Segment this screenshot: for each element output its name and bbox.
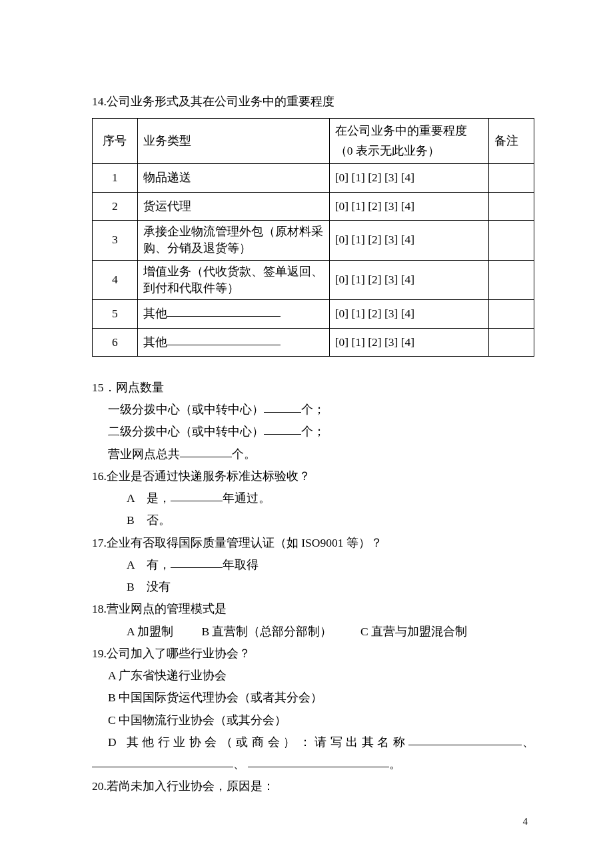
row6-other-input[interactable]: [167, 333, 281, 345]
q16-optB[interactable]: B 否。: [92, 509, 534, 531]
row2-seq: 2: [93, 192, 138, 220]
row4-type: 增值业务（代收货款、签单返回、到付和代取件等）: [137, 260, 329, 300]
q15-total-input[interactable]: [180, 445, 232, 457]
q19-title: 19.公司加入了哪些行业协会？: [92, 643, 534, 665]
row1-seq: 1: [93, 164, 138, 192]
row6-scale[interactable]: [0] [1] [2] [3] [4]: [329, 328, 489, 356]
row3-type: 承接企业物流管理外包（原材料采购、分销及退货等）: [137, 220, 329, 260]
row1-note[interactable]: [489, 164, 534, 192]
row4-scale[interactable]: [0] [1] [2] [3] [4]: [329, 260, 489, 300]
q18-optC[interactable]: C 直营与加盟混合制: [360, 621, 467, 643]
row5-other-input[interactable]: [167, 305, 281, 317]
q19-other2-input[interactable]: [92, 755, 233, 768]
row5-scale[interactable]: [0] [1] [2] [3] [4]: [329, 300, 489, 328]
q16-optA[interactable]: A 是，年通过。: [92, 487, 534, 509]
row1-scale[interactable]: [0] [1] [2] [3] [4]: [329, 164, 489, 192]
q14-table: 序号 业务类型 在公司业务中的重要程度（0 表示无此业务） 备注 1 物品递送 …: [92, 118, 534, 357]
q19-optB[interactable]: B 中国国际货运代理协会（或者其分会）: [92, 687, 534, 709]
q16-title: 16.企业是否通过快递服务标准达标验收？: [92, 465, 534, 487]
q17-optB[interactable]: B 没有: [92, 576, 534, 598]
row2-type: 货运代理: [137, 192, 329, 220]
q17-title: 17.企业有否取得国际质量管理认证（如 ISO9001 等）？: [92, 532, 534, 554]
row6-note[interactable]: [489, 328, 534, 356]
q20-title: 20.若尚未加入行业协会，原因是：: [92, 775, 534, 797]
q17-optA[interactable]: A 有，年取得: [92, 554, 534, 576]
page-number: 4: [523, 812, 528, 831]
row4-seq: 4: [93, 260, 138, 300]
row5-note[interactable]: [489, 300, 534, 328]
row3-note[interactable]: [489, 220, 534, 260]
q19-other3-input[interactable]: [248, 755, 389, 768]
q17-year-input[interactable]: [171, 555, 223, 568]
q15-line3: 营业网点总共个。: [92, 443, 534, 465]
q19-optC[interactable]: C 中国物流行业协会（或其分会）: [92, 709, 534, 731]
q19-other1-input[interactable]: [408, 733, 522, 745]
q19-optD[interactable]: D 其他行业协会（或商会）：请写出其名称、: [92, 731, 534, 753]
q16-year-input[interactable]: [171, 489, 223, 502]
q15-line1: 一级分拨中心（或中转中心）个；: [92, 399, 534, 421]
th-note: 备注: [489, 118, 534, 164]
row6-seq: 6: [93, 328, 138, 356]
q18-optB[interactable]: B 直营制（总部分部制）: [201, 621, 332, 643]
row3-scale[interactable]: [0] [1] [2] [3] [4]: [329, 220, 489, 260]
th-type: 业务类型: [137, 118, 329, 164]
q14-title: 14.公司业务形式及其在公司业务中的重要程度: [92, 91, 534, 113]
q19-optA[interactable]: A 广东省快递行业协会: [92, 665, 534, 687]
q15-line2: 二级分拨中心（或中转中心）个；: [92, 421, 534, 443]
q15-title: 15．网点数量: [92, 377, 534, 399]
q18-optA[interactable]: A 加盟制: [127, 621, 173, 643]
th-importance: 在公司业务中的重要程度（0 表示无此业务）: [329, 118, 489, 164]
q15-level2-input[interactable]: [264, 423, 301, 435]
row5-seq: 5: [93, 300, 138, 328]
row3-seq: 3: [93, 220, 138, 260]
row4-note[interactable]: [489, 260, 534, 300]
row1-type: 物品递送: [137, 164, 329, 192]
th-seq: 序号: [93, 118, 138, 164]
q19-optD-cont: 、 。: [92, 753, 534, 775]
row2-note[interactable]: [489, 192, 534, 220]
row6-type: 其他: [137, 328, 329, 356]
q18-title: 18.营业网点的管理模式是: [92, 598, 534, 620]
q15-level1-input[interactable]: [264, 401, 301, 413]
row2-scale[interactable]: [0] [1] [2] [3] [4]: [329, 192, 489, 220]
row5-type: 其他: [137, 300, 329, 328]
